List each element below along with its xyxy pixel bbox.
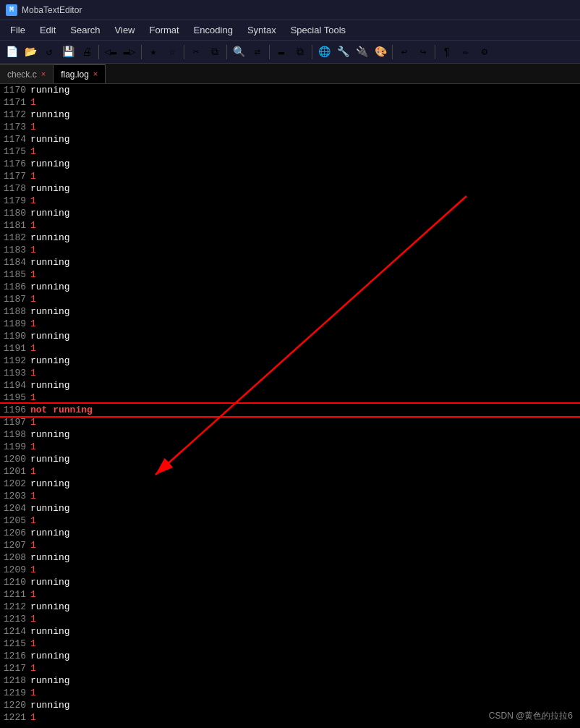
line-row: 1216running (0, 650, 580, 662)
settings-button[interactable]: ⚙ (476, 43, 493, 61)
line-row: 1178running (0, 182, 580, 195)
whitespace-button[interactable]: ¶ (438, 43, 456, 61)
line-row: 12051 (0, 515, 580, 527)
indent-button[interactable]: ▬▷ (121, 43, 138, 61)
browser2-button[interactable]: 🔧 (334, 43, 351, 61)
line-number: 1199 (0, 441, 30, 453)
line-row: 11971 (0, 416, 580, 428)
menu-item-special-tools[interactable]: Special Tools (283, 22, 353, 38)
line-row: 1176running (0, 158, 580, 170)
line-row: 1204running (0, 502, 580, 515)
line-row: 11831 (0, 244, 580, 256)
tab-flag-log[interactable]: flag.log× (54, 64, 106, 83)
line-row: 12031 (0, 490, 580, 502)
tab-check-c[interactable]: check.c× (0, 64, 54, 83)
tabs-bar: check.c×flag.log× (0, 64, 580, 84)
line-row: 1170running (0, 84, 580, 96)
tab-close-button[interactable]: × (93, 70, 98, 78)
line-row: 12111 (0, 588, 580, 601)
line-number: 1213 (0, 613, 30, 625)
line-row: 11951 (0, 391, 580, 404)
open-file-button[interactable]: 📂 (22, 43, 39, 61)
line-number: 1184 (0, 256, 30, 268)
highlight-button[interactable]: ✏ (457, 43, 474, 61)
split-button[interactable]: ⧉ (291, 43, 309, 61)
bookmark-go-button[interactable]: ☆ (163, 43, 181, 61)
menu-item-format[interactable]: Format (142, 22, 187, 38)
line-number: 1187 (0, 293, 30, 305)
line-content: running (30, 601, 70, 613)
line-row: 12151 (0, 638, 580, 650)
line-content: running (30, 428, 70, 441)
menu-item-search[interactable]: Search (63, 22, 107, 38)
line-row: 11991 (0, 441, 580, 453)
theme-button[interactable]: 🎨 (372, 43, 389, 61)
line-number: 1182 (0, 232, 30, 244)
line-row: 11731 (0, 121, 580, 133)
line-row: 12091 (0, 564, 580, 576)
reload-button[interactable]: ↺ (40, 43, 58, 61)
line-number: 1181 (0, 219, 30, 232)
monitor-button[interactable]: ▬ (273, 43, 290, 61)
menu-item-file[interactable]: File (3, 22, 33, 38)
line-row: 1184running (0, 256, 580, 268)
copy-button[interactable]: ⧉ (206, 43, 223, 61)
line-number: 1220 (0, 699, 30, 711)
line-number: 1172 (0, 109, 30, 121)
line-row: 1174running (0, 133, 580, 145)
line-row: 1186running (0, 281, 580, 293)
line-row: 11871 (0, 293, 580, 305)
line-number: 1203 (0, 490, 30, 502)
line-number: 1192 (0, 355, 30, 367)
save-button[interactable]: 💾 (59, 43, 77, 61)
line-content: 1 (30, 515, 36, 527)
menu-item-syntax[interactable]: Syntax (240, 22, 283, 38)
line-number: 1176 (0, 158, 30, 170)
tab-label: check.c (7, 69, 37, 80)
line-content: running (30, 576, 70, 588)
print-button[interactable]: 🖨 (78, 43, 95, 61)
line-content: 1 (30, 564, 36, 576)
line-content: 1 (30, 490, 36, 502)
line-content: 1 (30, 588, 36, 601)
sep6 (312, 45, 312, 59)
undo-button[interactable]: ↩ (396, 43, 413, 61)
line-number: 1216 (0, 650, 30, 662)
line-content: 1 (30, 465, 36, 478)
tab-close-button[interactable]: × (41, 70, 46, 78)
line-row: 12171 (0, 662, 580, 674)
line-row: 12011 (0, 465, 580, 478)
menu-item-edit[interactable]: Edit (33, 22, 63, 38)
cut-button[interactable]: ✂ (187, 43, 205, 61)
sep3 (184, 45, 184, 59)
line-content: 1 (30, 268, 36, 281)
line-content: 1 (30, 96, 36, 109)
line-content: running (30, 527, 70, 539)
sep4 (226, 45, 227, 59)
line-row: 1212running (0, 601, 580, 613)
plugin-button[interactable]: 🔌 (353, 43, 370, 61)
bookmark-add-button[interactable]: ★ (145, 43, 162, 61)
line-content: 1 (30, 539, 36, 551)
line-content: running (30, 650, 70, 662)
line-content: 1 (30, 391, 36, 404)
menu-item-view[interactable]: View (108, 22, 142, 38)
line-row: 11751 (0, 145, 580, 158)
menu-item-encoding[interactable]: Encoding (187, 22, 240, 38)
line-content: 1 (30, 638, 36, 650)
line-number: 1197 (0, 416, 30, 428)
line-content: running (30, 551, 70, 564)
line-number: 1198 (0, 428, 30, 441)
line-content: running (30, 158, 70, 170)
replace-button[interactable]: ⇄ (249, 43, 266, 61)
line-row: 1202running (0, 478, 580, 490)
line-row: 1218running (0, 674, 580, 687)
line-content: 1 (30, 367, 36, 379)
new-file-button[interactable]: 📄 (3, 43, 20, 61)
find-button[interactable]: 🔍 (230, 43, 247, 61)
redo-button[interactable]: ↪ (414, 43, 432, 61)
line-content: 1 (30, 687, 36, 699)
browser1-button[interactable]: 🌐 (315, 43, 333, 61)
outdent-button[interactable]: ◁▬ (102, 43, 119, 61)
line-number: 1202 (0, 478, 30, 490)
